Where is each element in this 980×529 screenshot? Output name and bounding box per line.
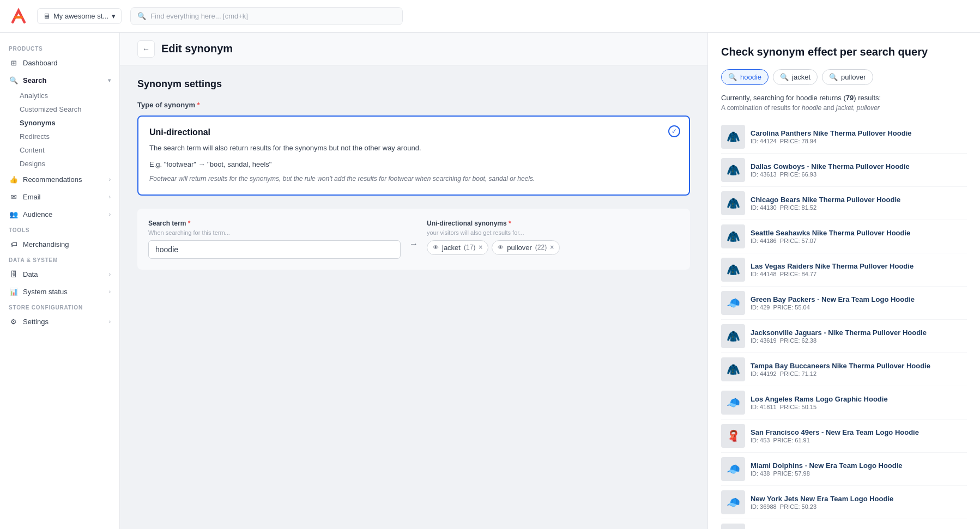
product-thumbnail: 🧥 [721, 357, 745, 381]
product-item[interactable]: 🧢 New York Jets New Era Team Logo Hoodie… [721, 486, 967, 519]
product-name: Miami Dolphins - New Era Team Logo Hoodi… [751, 461, 967, 471]
sidebar-item-dashboard[interactable]: ⊞ Dashboard [0, 54, 119, 71]
sidebar-item-data[interactable]: 🗄 Data › [0, 265, 119, 283]
product-meta: ID: 41811 PRICE: 50.15 [751, 404, 967, 410]
search-term-input[interactable] [148, 240, 401, 259]
product-info: Chicago Bears Nike Therma Pullover Hoodi… [751, 196, 967, 211]
product-item[interactable]: 🧥 Seattle Seahawks Nike Therma Pullover … [721, 220, 967, 253]
sidebar-item-email[interactable]: ✉ Email › [0, 188, 119, 205]
product-thumbnail: 🧥 [721, 524, 745, 529]
product-thumbnail: 🧥 [721, 258, 745, 282]
audience-icon: 👥 [9, 209, 19, 219]
global-search-placeholder: Find everything here... [cmd+k] [150, 12, 248, 20]
sidebar-item-system-status[interactable]: 📊 System status › [0, 283, 119, 300]
term-row: Search term * When searching for this te… [148, 220, 679, 259]
synonym-type-card[interactable]: ✓ Uni-directional The search term will a… [137, 115, 690, 196]
remove-jacket-button[interactable]: × [479, 244, 482, 251]
store-selector[interactable]: 🖥 My awesome st... ▾ [37, 8, 122, 24]
search-icon: 🔍 [9, 75, 19, 85]
product-thumbnail: 🧥 [721, 224, 745, 248]
sidebar-item-designs[interactable]: Designs [0, 157, 119, 171]
synonym-tags: 👁 jacket (17) × 👁 pullover (22) × [427, 240, 679, 255]
product-thumbnail: 🧢 [721, 291, 745, 315]
product-item[interactable]: 🧥 Las Vegas Raiders Nike Therma Pullover… [721, 253, 967, 287]
page-header: ← Edit synonym [120, 33, 707, 65]
product-info: Carolina Panthers Nike Therma Pullover H… [751, 129, 967, 145]
search-term-label: Search term * [148, 220, 401, 227]
sidebar-item-content[interactable]: Content [0, 143, 119, 157]
sidebar: PRODUCTS ⊞ Dashboard 🔍 Search ▾ Analytic… [0, 33, 120, 529]
product-meta: ID: 44124 PRICE: 78.94 [751, 138, 967, 144]
sidebar-item-recommendations[interactable]: 👍 Recommendations › [0, 171, 119, 188]
product-thumbnail: 🧢 [721, 490, 745, 514]
sidebar-item-search-label: Search [23, 76, 46, 84]
product-name: New York Jets New Era Team Logo Hoodie [751, 495, 967, 504]
query-tab-jacket[interactable]: 🔍 jacket [773, 69, 818, 85]
sidebar-item-analytics[interactable]: Analytics [0, 89, 119, 102]
sidebar-item-merchandising[interactable]: 🏷 Merchandising [0, 235, 119, 253]
combination-desc: A combination of results for hoodie and … [721, 104, 967, 112]
main-layout: PRODUCTS ⊞ Dashboard 🔍 Search ▾ Analytic… [0, 33, 980, 529]
recommendations-chevron-icon: › [109, 177, 111, 183]
product-item[interactable]: 🧥 Chicago Bears Nike Therma Pullover Hoo… [721, 187, 967, 220]
sidebar-item-recommendations-label: Recommendations [23, 175, 82, 184]
product-info: San Francisco 49ers - New Era Team Logo … [751, 428, 967, 444]
sidebar-item-audience[interactable]: 👥 Audience › [0, 205, 119, 223]
product-thumbnail: 🧥 [721, 158, 745, 182]
product-thumbnail: 🧥 [721, 191, 745, 215]
app-logo [9, 7, 28, 26]
right-panel: Check synonym effect per search query 🔍 … [707, 33, 980, 529]
data-chevron-icon: › [109, 271, 111, 277]
product-info: Las Vegas Raiders Nike Therma Pullover H… [751, 262, 967, 278]
sidebar-item-customized-search[interactable]: Customized Search [0, 102, 119, 116]
synonym-tag-pullover[interactable]: 👁 pullover (22) × [492, 240, 560, 255]
product-name: Los Angeles Rams Logo Graphic Hoodie [751, 395, 967, 404]
store-config-label: STORE CONFIGURATION [0, 300, 119, 313]
sidebar-item-system-status-label: System status [23, 288, 68, 296]
global-search-bar[interactable]: 🔍 Find everything here... [cmd+k] [130, 7, 403, 25]
sidebar-item-settings[interactable]: ⚙ Settings › [0, 313, 119, 330]
query-tab-pullover[interactable]: 🔍 pullover [822, 69, 873, 85]
product-info: Green Bay Packers - New Era Team Logo Ho… [751, 295, 967, 311]
synonym-tag-jacket[interactable]: 👁 jacket (17) × [427, 240, 488, 255]
product-item[interactable]: 🧢 Green Bay Packers - New Era Team Logo … [721, 287, 967, 320]
eye-icon: 👁 [433, 244, 439, 251]
tab-label: pullover [841, 73, 866, 81]
sidebar-item-search[interactable]: 🔍 Search ▾ [0, 71, 119, 89]
sidebar-item-redirects[interactable]: Redirects [0, 130, 119, 143]
product-item[interactable]: 🧥 Carolina Panthers Nike Therma Pullover… [721, 120, 967, 154]
merchandising-icon: 🏷 [9, 239, 19, 249]
product-item[interactable]: 🧢 Los Angeles Rams Logo Graphic Hoodie I… [721, 386, 967, 419]
email-chevron-icon: › [109, 194, 111, 200]
product-item[interactable]: 🧥 San Francisco 49ers Nike Therma Pullov… [721, 519, 967, 529]
product-item[interactable]: 🧥 Tampa Bay Buccaneers Nike Therma Pullo… [721, 353, 967, 386]
search-term-col: Search term * When searching for this te… [148, 220, 401, 259]
visitors-label: your visitors will also get results for.… [427, 229, 679, 236]
tab-label: jacket [792, 73, 810, 81]
result-count-desc: Currently, searching for hoodie returns … [721, 94, 967, 102]
product-info: Dallas Cowboys - Nike Therma Pullover Ho… [751, 162, 967, 178]
data-system-section-label: DATA & SYSTEM [0, 253, 119, 265]
product-meta: ID: 429 PRICE: 55.04 [751, 304, 967, 311]
product-info: New York Jets New Era Team Logo Hoodie I… [751, 495, 967, 510]
type-of-synonym-label: Type of synonym * [137, 101, 690, 109]
card-title: Uni-directional [149, 127, 678, 137]
sidebar-item-synonyms[interactable]: Synonyms [0, 116, 119, 130]
audience-chevron-icon: › [109, 211, 111, 217]
tab-label: hoodie [740, 73, 761, 81]
product-name: San Francisco 49ers - New Era Team Logo … [751, 428, 967, 437]
product-item[interactable]: 🧣 San Francisco 49ers - New Era Team Log… [721, 419, 967, 453]
product-item[interactable]: 🧥 Dallas Cowboys - Nike Therma Pullover … [721, 154, 967, 187]
query-tab-hoodie[interactable]: 🔍 hoodie [721, 69, 769, 85]
remove-pullover-button[interactable]: × [550, 244, 554, 251]
product-item[interactable]: 🧢 Miami Dolphins - New Era Team Logo Hoo… [721, 453, 967, 486]
product-thumbnail: 🧢 [721, 457, 745, 481]
tag-label: pullover [507, 244, 532, 252]
product-info: Tampa Bay Buccaneers Nike Therma Pullove… [751, 362, 967, 378]
back-button[interactable]: ← [137, 40, 155, 58]
product-meta: ID: 44148 PRICE: 84.77 [751, 271, 967, 277]
system-chevron-icon: › [109, 289, 111, 295]
product-thumbnail: 🧥 [721, 324, 745, 348]
product-name: Green Bay Packers - New Era Team Logo Ho… [751, 295, 967, 305]
product-item[interactable]: 🧥 Jacksonville Jaguars - Nike Therma Pul… [721, 320, 967, 353]
